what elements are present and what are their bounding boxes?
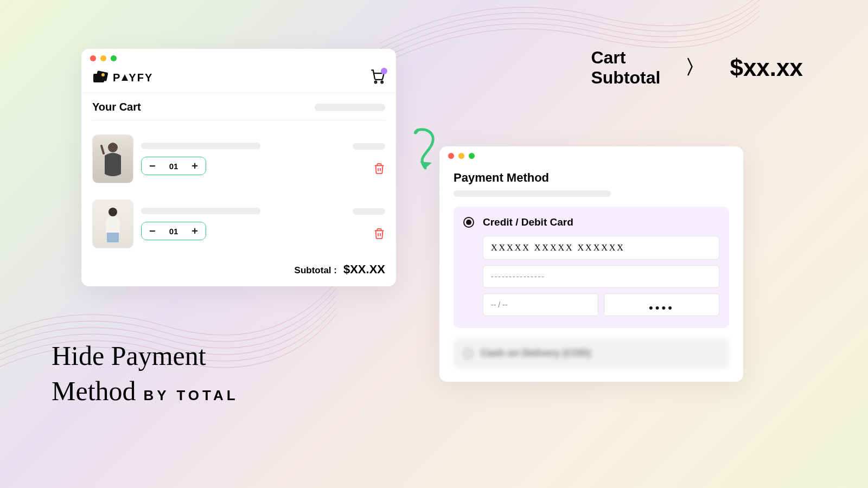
cart-icon-button[interactable]	[370, 69, 385, 86]
payment-method-hidden: Cash on Delivery (COD)	[454, 338, 729, 369]
payfy-logo-icon	[92, 70, 108, 85]
quantity-stepper: − 01 +	[141, 222, 206, 240]
brand-logo-group: PYFY	[92, 70, 153, 85]
placeholder-bar	[353, 143, 385, 150]
placeholder-bar	[353, 208, 385, 215]
placeholder-bar	[315, 104, 385, 111]
cart-item: − 01 +	[92, 193, 385, 258]
radio-selected[interactable]	[463, 217, 474, 228]
headline-line1: Hide Payment	[52, 339, 239, 372]
headline-line2a: Method	[52, 375, 136, 407]
subtotal-label: Subtotal :	[295, 265, 337, 276]
qty-value: 01	[169, 227, 178, 236]
condition-term1: Cart	[591, 48, 660, 68]
cart-item: − 01 +	[92, 128, 385, 193]
window-traffic-lights	[81, 49, 396, 66]
cart-title: Your Cart	[92, 101, 141, 113]
brand-name: PYFY	[113, 72, 153, 84]
svg-point-4	[381, 81, 383, 84]
condition-value: $xx.xx	[730, 54, 803, 81]
qty-increment[interactable]: +	[192, 226, 198, 236]
payment-title: Payment Method	[454, 171, 729, 185]
headline-line2b: BY TOTAL	[144, 387, 239, 404]
svg-point-5	[108, 143, 118, 152]
qty-decrement[interactable]: −	[149, 226, 156, 236]
card-number-input[interactable]: XXXXX XXXXX XXXXXX	[483, 236, 719, 260]
card-name-input[interactable]: ---------------	[483, 265, 719, 288]
placeholder-bar	[141, 143, 260, 149]
qty-increment[interactable]: +	[192, 160, 198, 171]
cart-window: PYFY Your Cart	[81, 49, 396, 286]
qty-value: 01	[169, 162, 178, 171]
close-dot[interactable]	[448, 153, 454, 159]
svg-point-8	[108, 208, 117, 216]
payment-window: Payment Method Credit / Debit Card XXXXX…	[439, 146, 743, 382]
greater-than-icon: 〉	[685, 54, 705, 81]
payment-method-hidden-label: Cash on Delivery (COD)	[481, 348, 591, 359]
condition-expression: Cart Subtotal 〉 $xx.xx	[591, 48, 803, 88]
qty-decrement[interactable]: −	[149, 160, 156, 171]
minimize-dot[interactable]	[458, 153, 464, 159]
svg-marker-12	[420, 162, 432, 168]
payment-method-card[interactable]: Credit / Debit Card XXXXX XXXXX XXXXXX -…	[454, 207, 729, 328]
headline: Hide Payment Method BY TOTAL	[52, 339, 239, 407]
maximize-dot[interactable]	[111, 55, 117, 61]
placeholder-bar	[141, 208, 260, 214]
svg-rect-9	[107, 233, 119, 242]
card-cvv-input[interactable]: ••••	[604, 293, 719, 316]
placeholder-bar	[454, 190, 611, 197]
quantity-stepper: − 01 +	[141, 157, 206, 175]
trash-icon[interactable]	[373, 163, 385, 175]
radio-unselected	[463, 349, 473, 358]
close-dot[interactable]	[90, 55, 96, 61]
trash-icon[interactable]	[373, 228, 385, 240]
cart-badge	[381, 68, 387, 74]
product-thumbnail[interactable]	[92, 200, 133, 248]
maximize-dot[interactable]	[469, 153, 475, 159]
svg-point-3	[375, 81, 377, 84]
window-traffic-lights	[439, 146, 743, 163]
payment-method-label: Credit / Debit Card	[483, 216, 573, 228]
minimize-dot[interactable]	[100, 55, 106, 61]
card-expiry-input[interactable]: -- / --	[483, 293, 598, 316]
svg-point-2	[101, 73, 105, 76]
product-thumbnail[interactable]	[92, 134, 133, 183]
subtotal-value: $XX.XX	[343, 262, 385, 277]
condition-term2: Subtotal	[591, 68, 660, 88]
